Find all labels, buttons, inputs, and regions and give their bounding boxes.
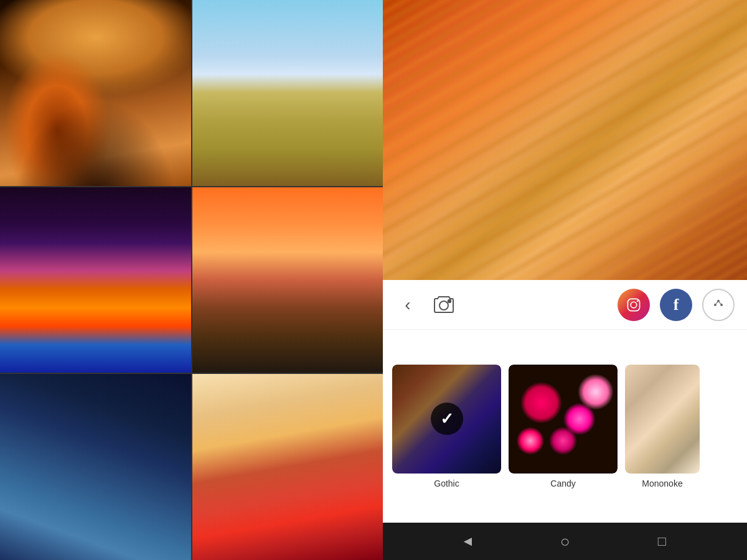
svg-point-1 (448, 300, 451, 302)
filter-item-gothic[interactable]: ✓ Gothic (392, 365, 501, 488)
svg-point-4 (637, 300, 639, 302)
android-nav-bar: ◄ ○ □ (383, 523, 747, 560)
instagram-share-button[interactable] (618, 289, 650, 321)
photo-item[interactable] (192, 187, 383, 373)
back-nav-icon: ◄ (461, 533, 475, 549)
filter-thumb-mononoke (625, 365, 700, 474)
more-share-button[interactable] (702, 289, 735, 321)
recent-nav-icon: □ (658, 533, 666, 549)
facebook-icon: f (674, 296, 679, 314)
filter-thumb-gothic: ✓ (392, 365, 501, 474)
home-nav-icon: ○ (560, 532, 570, 551)
svg-point-3 (631, 302, 637, 308)
filter-strip: ✓ Gothic Candy Mononoke (383, 330, 747, 523)
svg-line-9 (718, 301, 721, 304)
filter-thumb-candy (509, 365, 618, 474)
svg-point-0 (439, 301, 448, 310)
photo-item[interactable] (192, 374, 383, 560)
android-home-button[interactable]: ○ (554, 530, 576, 553)
selected-indicator: ✓ (392, 365, 501, 474)
image-preview (383, 0, 747, 280)
svg-line-8 (715, 301, 718, 304)
photo-item[interactable] (0, 374, 191, 560)
filter-item-candy[interactable]: Candy (509, 365, 618, 488)
filter-label-gothic: Gothic (434, 478, 459, 488)
check-circle: ✓ (431, 403, 463, 435)
camera-icon (433, 294, 455, 316)
photo-item[interactable] (0, 187, 191, 373)
right-panel: ‹ f (383, 0, 747, 560)
camera-button[interactable] (430, 291, 458, 319)
filter-label-candy: Candy (550, 478, 575, 488)
filter-label-mononoke: Mononoke (642, 478, 682, 488)
filter-item-mononoke[interactable]: Mononoke (625, 365, 700, 488)
action-bar: ‹ f (383, 280, 747, 330)
facebook-share-button[interactable]: f (660, 289, 692, 321)
photo-item[interactable] (192, 0, 383, 186)
photo-item[interactable] (0, 0, 191, 186)
share-icon (710, 296, 727, 314)
back-button[interactable]: ‹ (395, 292, 420, 317)
instagram-icon (624, 296, 643, 314)
photo-grid (0, 0, 383, 560)
android-back-button[interactable]: ◄ (457, 530, 479, 553)
android-recent-button[interactable]: □ (651, 530, 674, 553)
